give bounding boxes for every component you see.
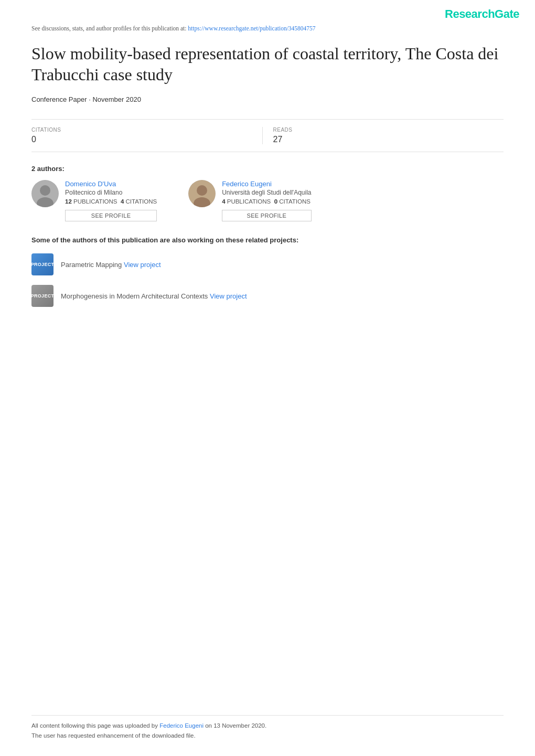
top-bar: ResearchGate [0, 0, 535, 25]
reads-col: READS 27 [262, 127, 504, 144]
svg-point-4 [197, 185, 207, 196]
paper-title: Slow mobility-based representation of co… [31, 43, 504, 85]
author-stats-2: 4 PUBLICATIONS 0 CITATIONS [222, 198, 311, 205]
author-institution-1: Politecnico di Milano [65, 189, 157, 196]
author-name-1[interactable]: Domenico D'Uva [65, 180, 157, 188]
authors-section: 2 authors: Domenico D'Uva Politecnico di… [31, 165, 504, 221]
paper-date: · November 2020 [89, 95, 141, 103]
author-info-2: Federico Eugeni Università degli Studi d… [222, 180, 311, 221]
footer-section: All content following this page was uplo… [31, 715, 504, 740]
project-icon-1: Project [31, 253, 54, 275]
project-item-1: Project Parametric Mapping View project [31, 253, 504, 275]
authors-grid: Domenico D'Uva Politecnico di Milano 12 … [31, 180, 504, 221]
project-item-2: Project Morphogenesis in Modern Architec… [31, 285, 504, 307]
reads-label: READS [273, 127, 494, 133]
see-discussions-bar: See discussions, stats, and author profi… [31, 25, 504, 31]
project-text-1: Parametric Mapping View project [61, 261, 161, 269]
see-discussions-text: See discussions, stats, and author profi… [31, 25, 186, 31]
see-profile-button-2[interactable]: SEE PROFILE [222, 210, 311, 221]
related-projects-section: Some of the authors of this publication … [31, 236, 504, 307]
author-institution-2: Università degli Studi dell'Aquila [222, 189, 311, 196]
stats-row: CITATIONS 0 READS 27 [31, 119, 504, 152]
project-link-1[interactable]: View project [124, 261, 161, 269]
paper-type-label: Conference Paper [31, 95, 87, 103]
author-name-2[interactable]: Federico Eugeni [222, 180, 311, 188]
project-link-2[interactable]: View project [210, 292, 247, 300]
paper-type: Conference Paper · November 2020 [31, 95, 504, 103]
author-card-1: Domenico D'Uva Politecnico di Milano 12 … [31, 180, 157, 221]
footer-line1-suffix: on 13 November 2020. [205, 722, 266, 729]
reads-value: 27 [273, 135, 494, 144]
footer-line1-prefix: All content following this page was uplo… [31, 722, 158, 729]
citations-col: CITATIONS 0 [31, 127, 262, 144]
authors-label: 2 authors: [31, 165, 504, 173]
researchgate-logo[interactable]: ResearchGate [445, 7, 519, 21]
svg-point-1 [40, 185, 50, 196]
project-icon-2: Project [31, 285, 54, 307]
citations-label: CITATIONS [31, 127, 252, 133]
citations-value: 0 [31, 135, 252, 144]
author-card-2: Federico Eugeni Università degli Studi d… [188, 180, 311, 221]
author-info-1: Domenico D'Uva Politecnico di Milano 12 … [65, 180, 157, 221]
publication-link[interactable]: https://www.researchgate.net/publication… [188, 25, 315, 31]
author-stats-1: 12 PUBLICATIONS 4 CITATIONS [65, 198, 157, 205]
related-projects-label: Some of the authors of this publication … [31, 236, 504, 244]
main-content: See discussions, stats, and author profi… [0, 25, 535, 307]
project-text-2: Morphogenesis in Modern Architectural Co… [61, 292, 247, 300]
author-avatar-1 [31, 180, 59, 207]
see-profile-button-1[interactable]: SEE PROFILE [65, 210, 157, 221]
footer-uploader-link[interactable]: Federico Eugeni [159, 722, 204, 729]
footer-line2: The user has requested enhancement of th… [31, 732, 196, 739]
author-avatar-2 [188, 180, 216, 207]
footer-text: All content following this page was uplo… [31, 721, 504, 740]
